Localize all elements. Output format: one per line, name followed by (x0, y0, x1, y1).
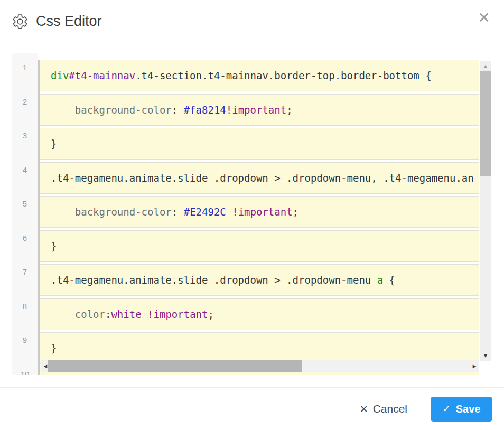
gear-icon (12, 13, 29, 30)
code-token-id: #t4-mainnav (69, 70, 135, 81)
line-number: 3 (12, 128, 38, 160)
code-token-tag: a (377, 274, 383, 286)
code-token-plain (51, 309, 75, 320)
line-number: 5 (12, 196, 38, 228)
code-line[interactable]: .t4-megamenu.animate.slide .dropdown > .… (40, 162, 479, 194)
code-token-tag: div (51, 70, 69, 81)
code-token-punct: { (419, 70, 432, 81)
code-token-punct: { (383, 274, 395, 286)
line-number: 7 (12, 264, 38, 296)
code-token-plain (51, 206, 75, 218)
code-token-plain (226, 206, 232, 218)
scroll-up-icon[interactable]: ▲ (480, 62, 491, 70)
code-token-plain (142, 309, 147, 320)
code-token-punct: ; (208, 309, 213, 320)
vertical-scrollbar-thumb[interactable] (480, 71, 491, 176)
code-line[interactable]: background-color: #E2492C !important; (40, 196, 479, 228)
code-line[interactable]: } (40, 332, 479, 364)
code-token-value: #fa8214 (184, 104, 226, 116)
save-check-icon: ✓ (443, 403, 451, 415)
horizontal-scrollbar[interactable]: ◄ ► (41, 360, 479, 372)
css-code-editor[interactable]: 12345678910 div#t4-mainnav.t4-section.t4… (12, 53, 492, 375)
dialog-footer: ✕ Cancel ✓ Save (0, 387, 504, 430)
scroll-right-icon[interactable]: ► (471, 360, 478, 372)
code-line[interactable]: } (40, 230, 479, 262)
close-icon[interactable]: ✕ (478, 11, 490, 25)
save-label: Save (456, 403, 481, 415)
code-line[interactable]: .t4-megamenu.animate.slide .dropdown > .… (40, 264, 479, 296)
code-line[interactable]: } (40, 128, 479, 160)
code-token-value: #E2492C (184, 206, 226, 218)
line-number: 2 (12, 94, 38, 126)
code-token-punct: : (172, 206, 184, 218)
code-token-punct: } (51, 138, 57, 149)
code-line[interactable]: color:white !important; (40, 298, 479, 330)
scroll-down-icon[interactable]: ▼ (480, 351, 491, 360)
line-number: 10 (12, 367, 38, 375)
line-number: 6 (12, 230, 38, 262)
code-line[interactable]: div#t4-mainnav.t4-section.t4-mainnav.bor… (40, 60, 479, 91)
line-number: 4 (12, 162, 38, 194)
line-number: 1 (12, 60, 38, 91)
code-token-important: !important (226, 104, 286, 116)
code-token-selector: .t4-section.t4-mainnav.border-top.border… (135, 70, 419, 81)
horizontal-scrollbar-thumb[interactable] (48, 360, 302, 372)
cancel-label: Cancel (373, 403, 407, 415)
css-editor-dialog: Css Editor ✕ 12345678910 div#t4-mainnav.… (0, 0, 504, 430)
code-token-punct: } (51, 342, 57, 354)
code-token-selector: .t4-megamenu.animate.slide .dropdown > .… (51, 172, 474, 184)
code-token-selector: .t4-megamenu.animate.slide .dropdown > .… (51, 274, 377, 286)
dialog-title: Css Editor (36, 13, 102, 30)
code-rows[interactable]: div#t4-mainnav.t4-section.t4-mainnav.bor… (40, 60, 479, 375)
code-token-punct: : (105, 309, 111, 320)
code-token-important: !important (232, 206, 292, 218)
gutter-numbers: 12345678910 (12, 60, 38, 375)
code-token-punct: : (172, 104, 184, 116)
vertical-scrollbar[interactable]: ▲ ▼ (480, 61, 491, 361)
code-token-important: white (111, 309, 141, 320)
code-token-punct: ; (293, 206, 298, 218)
cancel-button[interactable]: ✕ Cancel (360, 403, 407, 415)
code-token-important: !important (147, 309, 208, 320)
code-token-property: background-color (75, 104, 172, 116)
dialog-header: Css Editor ✕ (0, 0, 504, 43)
code-token-punct: ; (286, 104, 292, 116)
save-button[interactable]: ✓ Save (431, 397, 492, 422)
cancel-x-icon: ✕ (360, 403, 368, 415)
code-token-property: color (75, 309, 105, 320)
code-token-property: background-color (75, 206, 172, 218)
code-token-plain (51, 104, 75, 116)
code-token-punct: } (51, 240, 57, 252)
line-number: 8 (12, 298, 38, 330)
code-line[interactable]: background-color: #fa8214!important; (40, 94, 479, 126)
line-number: 9 (12, 332, 38, 364)
